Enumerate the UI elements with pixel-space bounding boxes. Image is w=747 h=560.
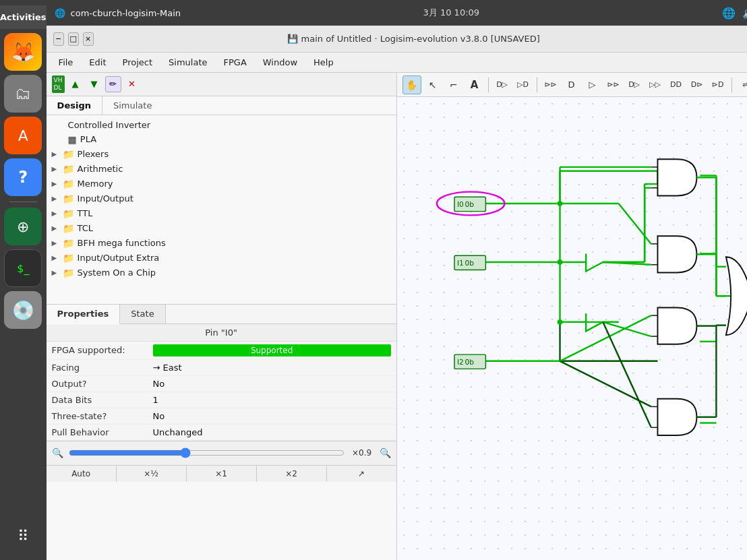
gate6-tool[interactable]: ▷▷ (646, 75, 665, 94)
volume-icon[interactable]: 🔊 (742, 7, 747, 20)
canvas-section: ✋ ↖ ⌐ A D▷ ▷D ⊳⊳ D ▷ ⊳⊳ D▷ (397, 73, 747, 560)
down-icon[interactable]: ▼ (86, 76, 102, 92)
design-simulate-tabs: Design Simulate (47, 96, 396, 115)
zoom-expand-button[interactable]: ↗ (327, 466, 396, 482)
folder-icon: 📁 (63, 238, 74, 249)
props-row-pullbehavior: Pull Behavior Unchanged (47, 425, 396, 441)
firefox-icon[interactable]: 🦊 (4, 33, 42, 71)
zoom-out-icon[interactable]: 🔍 (52, 447, 63, 458)
vhdl-button[interactable]: VHDL (52, 75, 65, 93)
logisim-icon[interactable]: ⊕ (4, 208, 42, 245)
menu-help[interactable]: Help (307, 55, 340, 69)
gate7-tool[interactable]: DD (667, 75, 686, 94)
toggle-tool[interactable]: ⇌ (736, 75, 747, 94)
menu-project[interactable]: Project (116, 55, 159, 69)
props-label-databits: Data Bits (52, 395, 153, 405)
and-gate-tool[interactable]: ⊳⊳ (541, 75, 560, 94)
circuit-canvas[interactable]: I0 0b I1 0b I2 0b (397, 97, 747, 560)
gate9-tool[interactable]: ⊳D (709, 75, 727, 94)
tree-item-input-output[interactable]: ▶ 📁 Input/Output (47, 191, 396, 206)
up-icon[interactable]: ▲ (67, 76, 84, 92)
close-button[interactable]: × (83, 32, 94, 46)
gate4-tool[interactable]: ⊳⊳ (604, 75, 623, 94)
tree-item-ttl[interactable]: ▶ 📁 TTL (47, 206, 396, 221)
left-toolbar: VHDL ▲ ▼ ✏ ✕ (47, 73, 396, 96)
tree-item-bfh[interactable]: ▶ 📁 BFH mega functions (47, 236, 396, 251)
circuit-svg: I0 0b I1 0b I2 0b (397, 97, 747, 560)
folder-icon: 📁 (63, 179, 74, 189)
terminal-icon[interactable]: $_ (4, 249, 42, 287)
props-value-output: No (153, 379, 391, 389)
tree-item-tcl[interactable]: ▶ 📁 TCL (47, 221, 396, 236)
gate5-tool[interactable]: D▷ (625, 75, 644, 94)
svg-text:I2: I2 (456, 358, 463, 367)
topbar: 🌐 com-cburch-logisim-Main 3月 10 10:09 🌐 … (47, 0, 747, 26)
apps-icon[interactable]: ⠿ (4, 517, 42, 555)
props-label-pullbehavior: Pull Behavior (52, 427, 153, 437)
files-icon[interactable]: 🗂 (4, 75, 42, 113)
activities-button[interactable]: Activities (0, 5, 47, 29)
svg-point-28 (557, 319, 562, 325)
svg-text:0b: 0b (465, 358, 474, 367)
menu-fpga[interactable]: FPGA (216, 55, 253, 69)
props-value-threestate: No (153, 411, 391, 421)
zoom-in-icon[interactable]: 🔍 (380, 447, 391, 458)
tree-item-pla[interactable]: ▦ PLA (47, 132, 396, 147)
props-row-threestate: Three-state? No (47, 408, 396, 425)
network-icon[interactable]: 🌐 (722, 7, 736, 20)
props-label-output: Output? (52, 379, 153, 389)
disk-icon[interactable]: 💿 (4, 291, 42, 329)
gate2-tool[interactable]: D (562, 75, 581, 94)
title-icon: 💾 (287, 34, 298, 44)
props-row-output: Output? No (47, 376, 396, 392)
gate8-tool[interactable]: D⊳ (688, 75, 707, 94)
props-label-threestate: Three-state? (52, 411, 153, 421)
menu-file[interactable]: File (52, 55, 80, 69)
state-tab[interactable]: State (120, 305, 165, 323)
folder-icon: 📁 (63, 208, 74, 219)
tree-item-input-output-extra[interactable]: ▶ 📁 Input/Output Extra (47, 251, 396, 266)
svg-line-75 (603, 322, 651, 428)
folder-icon: 📁 (63, 253, 74, 263)
output-tool[interactable]: ▷D (514, 75, 533, 94)
zoom-slider[interactable] (69, 447, 345, 458)
tree-item-plexers[interactable]: ▶ 📁 Plexers (47, 147, 396, 162)
zoom-half-button[interactable]: ×½ (117, 466, 187, 482)
hand-tool[interactable]: ✋ (402, 75, 421, 94)
menu-window[interactable]: Window (256, 55, 304, 69)
delete-icon[interactable]: ✕ (124, 76, 140, 92)
properties-tab[interactable]: Properties (47, 305, 121, 324)
topbar-time: 3月 10 10:09 (423, 7, 480, 19)
help-icon[interactable]: ? (4, 158, 42, 196)
tree-item-controlled-inverter[interactable]: Controlled Inverter (47, 118, 396, 132)
menu-edit[interactable]: Edit (82, 55, 113, 69)
zoom-two-button[interactable]: ×2 (257, 466, 327, 482)
props-row-fpga: FPGA supported: Supported (47, 342, 396, 360)
window-title-text: main of Untitled · Logisim-evolution v3.… (301, 34, 540, 44)
svg-text:0b: 0b (465, 200, 474, 209)
maximize-button[interactable]: □ (68, 32, 79, 46)
wire-tool[interactable]: ⌐ (444, 75, 463, 94)
props-label-fpga: FPGA supported: (52, 345, 153, 355)
zoom-value: ×0.9 (350, 448, 374, 458)
app-window: − □ × 💾 main of Untitled · Logisim-evolu… (47, 26, 747, 560)
select-tool[interactable]: ↖ (423, 75, 442, 94)
svg-line-73 (603, 322, 651, 336)
props-label-facing: Facing (52, 363, 153, 373)
tree-item-system-on-chip[interactable]: ▶ 📁 System On a Chip (47, 266, 396, 280)
menu-simulate[interactable]: Simulate (162, 55, 214, 69)
folder-icon: 📁 (63, 268, 74, 278)
zoom-auto-button[interactable]: Auto (47, 466, 117, 482)
gate3-tool[interactable]: ▷ (583, 75, 602, 94)
tree-item-arithmetic[interactable]: ▶ 📁 Arithmetic (47, 162, 396, 177)
zoom-one-button[interactable]: ×1 (187, 466, 257, 482)
appstore-icon[interactable]: A (4, 117, 42, 154)
tree-item-memory[interactable]: ▶ 📁 Memory (47, 177, 396, 191)
label-tool[interactable]: A (465, 75, 484, 94)
simulate-tab[interactable]: Simulate (102, 96, 162, 115)
minimize-button[interactable]: − (53, 32, 64, 46)
design-tab[interactable]: Design (47, 96, 102, 115)
toolbar: ✋ ↖ ⌐ A D▷ ▷D ⊳⊳ D ▷ ⊳⊳ D▷ (397, 73, 747, 97)
input-tool[interactable]: D▷ (493, 75, 512, 94)
edit-icon[interactable]: ✏ (105, 76, 121, 92)
